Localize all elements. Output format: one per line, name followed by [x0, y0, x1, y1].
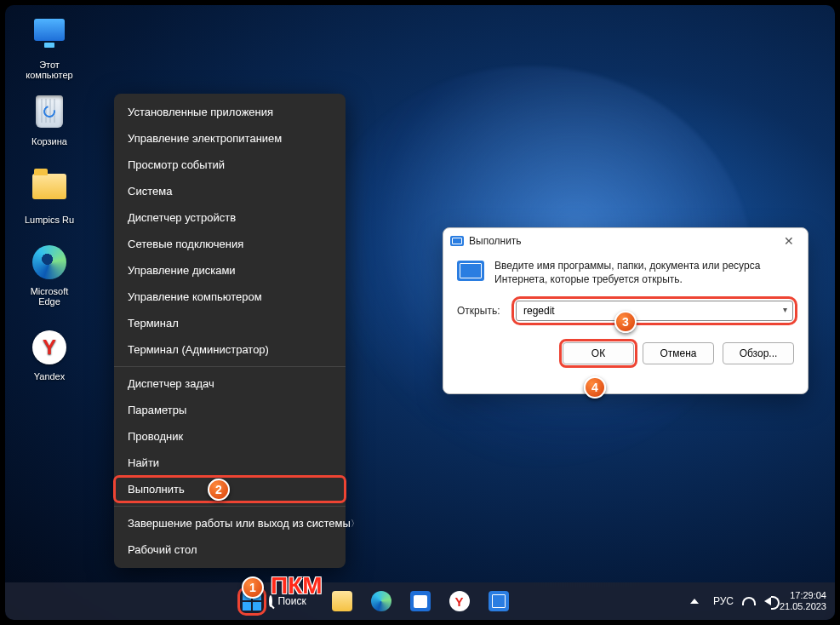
run-dialog-titlebar[interactable]: Выполнить ✕: [443, 228, 808, 254]
annotation-marker-2: 2: [208, 479, 230, 501]
menu-item-installed-apps[interactable]: Установленные приложения: [114, 99, 346, 125]
recycle-bin-icon: [36, 95, 63, 128]
menu-item-terminal[interactable]: Терминал: [114, 310, 346, 336]
browse-button[interactable]: Обзор...: [723, 342, 794, 364]
menu-item-terminal-admin[interactable]: Терминал (Администратор): [114, 336, 346, 363]
annotation-pkm-label: ПКМ: [271, 572, 323, 599]
run-icon: [457, 261, 484, 281]
annotation-marker-1: 1: [242, 576, 264, 599]
desktop-icon-label: Microsoft Edge: [19, 286, 80, 307]
menu-item-task-manager[interactable]: Диспетчер задач: [114, 370, 346, 397]
cancel-button[interactable]: Отмена: [643, 342, 714, 364]
taskbar-app-store[interactable]: [403, 584, 437, 618]
taskbar-app-yandex[interactable]: [443, 584, 477, 618]
desktop-icon-label: Этот компьютер: [19, 60, 80, 80]
menu-item-run[interactable]: Выполнить: [114, 476, 346, 502]
open-label: Открыть:: [457, 305, 506, 317]
menu-item-shutdown-signout[interactable]: Завершение работы или выход из системы〉: [114, 510, 346, 536]
desktop-icon-edge[interactable]: Microsoft Edge: [19, 244, 80, 307]
menu-item-computer-management[interactable]: Управление компьютером: [114, 284, 346, 310]
annotation-marker-3: 3: [614, 311, 637, 333]
menu-item-event-viewer[interactable]: Просмотр событий: [114, 152, 346, 178]
winx-context-menu: Установленные приложения Управление элек…: [114, 94, 346, 568]
taskbar-app-edge[interactable]: [364, 584, 398, 618]
yandex-icon: [449, 591, 470, 611]
desktop[interactable]: Этот компьютер Корзина Lumpics Ru Micros…: [5, 5, 835, 620]
desktop-icon-recycle-bin[interactable]: Корзина: [19, 94, 80, 146]
desktop-icon-label: Yandex: [19, 371, 80, 381]
file-explorer-icon: [332, 591, 352, 611]
desktop-icon-folder-lumpics[interactable]: Lumpics Ru: [19, 169, 80, 225]
run-dialog-title: Выполнить: [469, 235, 772, 247]
menu-item-search[interactable]: Найти: [114, 450, 346, 476]
menu-item-network-connections[interactable]: Сетевые подключения: [114, 231, 346, 257]
menu-item-device-manager[interactable]: Диспетчер устройств: [114, 204, 346, 231]
language-indicator[interactable]: РУС: [713, 595, 734, 607]
tray-volume[interactable]: [764, 597, 771, 605]
folder-icon: [32, 174, 66, 199]
menu-separator: [114, 366, 346, 367]
edge-icon: [32, 245, 66, 279]
taskbar-clock[interactable]: 17:29:04 21.05.2023: [780, 590, 826, 611]
wifi-icon: [742, 597, 756, 605]
monitor-icon: [34, 19, 65, 41]
menu-item-power-options[interactable]: Управление электропитанием: [114, 125, 346, 152]
menu-item-settings[interactable]: Параметры: [114, 397, 346, 423]
store-icon: [410, 591, 431, 611]
desktop-icon-label: Lumpics Ru: [19, 215, 80, 225]
desktop-icon-yandex[interactable]: Yandex: [19, 329, 80, 381]
annotation-marker-4: 4: [584, 376, 606, 399]
tray-network[interactable]: [742, 597, 756, 605]
ok-button[interactable]: ОК: [563, 342, 634, 364]
close-button[interactable]: ✕: [777, 232, 801, 250]
yandex-icon: [32, 330, 66, 364]
desktop-icon-label: Корзина: [19, 136, 80, 146]
taskbar: Поиск РУС 17:29:04 21.05.2023: [5, 582, 835, 620]
tray-overflow[interactable]: [684, 584, 705, 618]
speaker-icon: [764, 597, 771, 605]
run-icon: [489, 591, 509, 611]
edge-icon: [371, 591, 391, 611]
clock-date: 21.05.2023: [780, 601, 826, 612]
menu-item-system[interactable]: Система: [114, 178, 346, 204]
menu-item-file-explorer[interactable]: Проводник: [114, 423, 346, 450]
desktop-icon-this-pc[interactable]: Этот компьютер: [19, 17, 80, 80]
menu-separator: [114, 506, 346, 507]
run-dialog-prompt: Введите имя программы, папки, документа …: [494, 259, 794, 286]
chevron-up-icon: [690, 599, 699, 604]
taskbar-app-run[interactable]: [482, 584, 516, 618]
taskbar-app-explorer[interactable]: [325, 584, 359, 618]
clock-time: 17:29:04: [780, 590, 826, 601]
open-input[interactable]: [516, 301, 793, 321]
chevron-right-icon: 〉: [351, 518, 359, 530]
run-icon: [450, 236, 464, 246]
menu-item-desktop[interactable]: Рабочий стол: [114, 536, 346, 563]
menu-item-disk-management[interactable]: Управление дисками: [114, 257, 346, 284]
